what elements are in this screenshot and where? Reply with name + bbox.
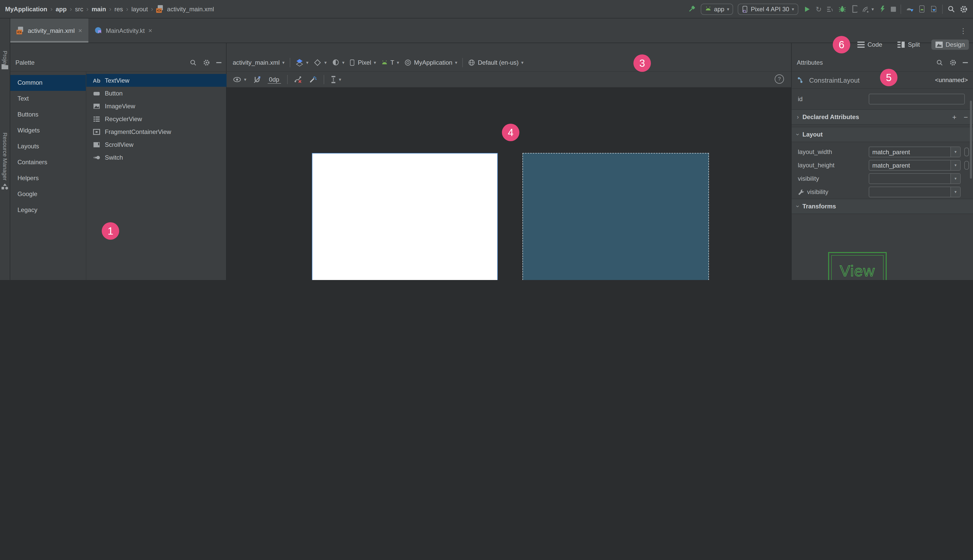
remove-attribute-icon[interactable]: −	[964, 113, 968, 121]
layout_width-combo[interactable]: match_parent▾	[869, 147, 961, 157]
breadcrumb-item[interactable]: main	[92, 5, 106, 13]
declared-attributes-section[interactable]: › Declared Attributes + −	[792, 109, 973, 125]
file-variant-select[interactable]: activity_main.xml ▾	[233, 59, 284, 66]
hide-panel-icon[interactable]	[963, 62, 968, 63]
palette-category-layouts[interactable]: Layouts	[10, 138, 86, 155]
debug-button[interactable]	[839, 5, 846, 13]
breadcrumb-item[interactable]: MyApplication	[5, 5, 47, 13]
tab-activity-main-xml[interactable]: <> activity_main.xml ×	[10, 18, 89, 43]
add-attribute-icon[interactable]: +	[952, 113, 956, 121]
palette-item-button[interactable]: Button	[86, 87, 227, 100]
close-icon[interactable]: ×	[149, 27, 152, 34]
palette-category-text[interactable]: Text	[10, 91, 86, 107]
night-mode-select[interactable]: ▾	[332, 58, 344, 66]
breadcrumb-item[interactable]: res	[115, 5, 123, 13]
surface-mode-select[interactable]: ▾	[295, 58, 309, 67]
scrollbar-thumb[interactable]	[970, 101, 972, 178]
breadcrumb-separator-icon: ›	[151, 5, 153, 13]
clear-constraints-icon[interactable]	[294, 75, 302, 84]
orientation-select[interactable]: ▾	[314, 58, 327, 67]
avd-manager-icon[interactable]	[919, 5, 925, 13]
folder-icon[interactable]	[1, 63, 9, 72]
resource-icon[interactable]	[1, 183, 9, 192]
visibility-combo[interactable]: ▾	[869, 187, 961, 197]
tab-label: MainActivity.kt	[106, 27, 145, 34]
visibility-combo[interactable]: ▾	[869, 173, 961, 184]
fragmentcontainer-icon	[92, 128, 101, 136]
breadcrumb-item[interactable]: activity_main.xml	[167, 5, 214, 13]
palette-category-google[interactable]: Google	[10, 186, 86, 202]
palette-category-containers[interactable]: Containers	[10, 155, 86, 170]
palette-item-fragmentcontainerview[interactable]: FragmentContainerView	[86, 125, 227, 138]
breadcrumb-item[interactable]: app	[56, 5, 67, 13]
chevron-down-icon: ›	[794, 133, 801, 135]
chevron-down-icon[interactable]: ▾	[950, 160, 960, 170]
layout_height-combo[interactable]: match_parent▾	[869, 160, 961, 171]
declared-attributes-label: Declared Attributes	[802, 113, 859, 121]
tab-options-kebab-icon[interactable]: ⋮	[960, 27, 973, 35]
palette-category-helpers[interactable]: Helpers	[10, 170, 86, 186]
stripe-item-resource-manager[interactable]: Resource Manager	[2, 132, 8, 180]
locale-select[interactable]: Default (en-us) ▾	[468, 59, 523, 66]
chevron-down-icon[interactable]: ▾	[950, 174, 960, 183]
gear-icon[interactable]	[950, 59, 956, 66]
mode-code-button[interactable]: Code	[853, 40, 886, 50]
pack-align-select[interactable]: ▾	[330, 75, 341, 84]
attribute-flag-toggle[interactable]	[964, 148, 969, 156]
palette-category-common[interactable]: Common	[10, 75, 86, 91]
search-icon[interactable]	[936, 59, 943, 66]
palette-item-scrollview[interactable]: ScrollView	[86, 138, 227, 151]
chevron-down-icon[interactable]: ▾	[950, 147, 960, 157]
gear-icon[interactable]	[203, 59, 210, 66]
run-button[interactable]	[803, 5, 811, 13]
search-everywhere-icon[interactable]	[947, 5, 955, 13]
run-config-select[interactable]: app ▾	[701, 3, 733, 15]
chevron-down-icon: ▾	[455, 60, 457, 65]
settings-gear-icon[interactable]	[960, 5, 968, 13]
apply-changes-icon[interactable]: ↻	[816, 5, 821, 13]
search-icon[interactable]	[190, 59, 197, 66]
palette-item-switch[interactable]: Switch	[86, 151, 227, 164]
device-for-preview-select[interactable]: Pixel ▾	[349, 59, 376, 66]
breadcrumb-item[interactable]: src	[75, 5, 83, 13]
build-hammer-icon[interactable]	[687, 5, 696, 13]
chevron-down-icon: ▾	[871, 7, 874, 12]
device-manager-icon[interactable]	[906, 5, 914, 13]
hide-panel-icon[interactable]	[216, 62, 221, 63]
device-select[interactable]: Pixel 4 API 30 ▾	[738, 3, 798, 15]
design-preview-phone[interactable]: Hello World!	[312, 153, 498, 280]
profiler-icon[interactable]: ▾	[862, 5, 874, 13]
run-with-coverage-icon[interactable]	[826, 5, 834, 13]
mode-split-button[interactable]: Split	[894, 40, 924, 50]
tab-mainactivity-kt[interactable]: MainActivity.kt ×	[89, 18, 159, 43]
autoconnect-toggle-icon[interactable]	[252, 75, 261, 84]
theme-select[interactable]: MyApplication ▾	[404, 59, 457, 66]
infer-constraints-icon[interactable]	[309, 75, 317, 84]
blueprint-phone[interactable]: TextView	[522, 153, 709, 280]
palette-category-widgets[interactable]: Widgets	[10, 123, 86, 138]
palette-item-textview[interactable]: AbTextView	[86, 74, 227, 87]
profile-app-icon[interactable]	[851, 5, 858, 13]
view-options-select[interactable]: ▾	[233, 76, 246, 83]
design-surface[interactable]: Hello World! TextView + − 1:1	[227, 87, 791, 280]
palette-item-recyclerview[interactable]: RecyclerView	[86, 112, 227, 125]
android-icon	[381, 59, 388, 65]
palette-item-imageview[interactable]: ImageView	[86, 100, 227, 112]
mode-design-button[interactable]: Design	[931, 40, 969, 50]
close-icon[interactable]: ×	[79, 27, 82, 34]
id-input[interactable]	[869, 94, 965, 105]
api-version-select[interactable]: T ▾	[381, 59, 399, 66]
attach-debugger-icon[interactable]	[878, 5, 886, 13]
transforms-section[interactable]: › Transforms	[792, 198, 973, 214]
palette-category-buttons[interactable]: Buttons	[10, 107, 86, 123]
breadcrumb-item[interactable]: layout	[132, 5, 148, 13]
chevron-down-icon: ▾	[282, 60, 284, 65]
default-margins-button[interactable]: 0dp	[267, 76, 281, 83]
attribute-flag-toggle[interactable]	[964, 161, 969, 170]
chevron-down-icon[interactable]: ▾	[950, 187, 960, 197]
stop-button[interactable]	[891, 7, 896, 12]
layout-section[interactable]: › Layout	[792, 127, 973, 142]
help-icon[interactable]: ?	[775, 75, 784, 84]
palette-category-legacy[interactable]: Legacy	[10, 202, 86, 218]
sdk-manager-icon[interactable]	[930, 5, 938, 13]
